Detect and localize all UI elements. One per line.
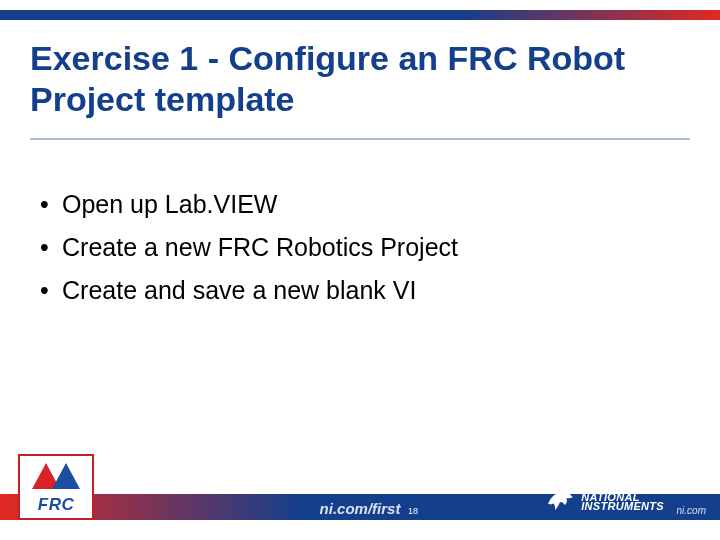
title-underline: [30, 138, 690, 140]
ni-logo-text: NATIONAL INSTRUMENTS: [581, 493, 664, 512]
frc-logo-text: FRC: [38, 495, 74, 515]
bullet-item: Open up Lab.VIEW: [40, 185, 680, 224]
bullet-item: Create and save a new blank VI: [40, 271, 680, 310]
footer-center-text: ni.com/first: [320, 500, 401, 517]
eagle-icon: [543, 486, 577, 518]
slide: Exercise 1 - Configure an FRC Robot Proj…: [0, 0, 720, 540]
frc-triangle-icon: [32, 459, 80, 493]
footer: FRC ni.com/first 18 NATIONAL INSTRUMENTS…: [0, 464, 720, 520]
ni-logo-line2: INSTRUMENTS: [581, 502, 664, 511]
frc-logo: FRC: [18, 454, 94, 520]
bullet-item: Create a new FRC Robotics Project: [40, 228, 680, 267]
bullet-list: Open up Lab.VIEW Create a new FRC Roboti…: [40, 185, 680, 313]
slide-title: Exercise 1 - Configure an FRC Robot Proj…: [30, 38, 680, 120]
top-accent-bar: [0, 10, 720, 20]
page-number: 18: [408, 506, 418, 516]
national-instruments-logo: NATIONAL INSTRUMENTS: [543, 486, 664, 518]
footer-right-url: ni.com: [677, 505, 706, 516]
